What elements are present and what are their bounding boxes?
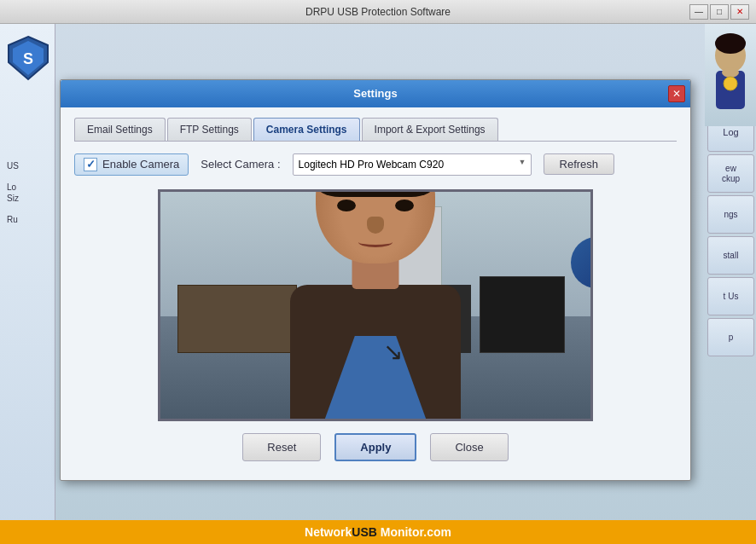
maximize-button[interactable]: □ (710, 4, 729, 20)
settings-dialog: Settings ✕ Email Settings FTP Settings C… (60, 79, 691, 481)
bottom-usb: USB (352, 525, 377, 539)
left-eye (337, 200, 356, 211)
right-btn-settings[interactable]: ngs (707, 195, 754, 234)
right-btn-help[interactable]: p (707, 318, 754, 356)
sidebar-label-run: Ru (7, 214, 49, 225)
tab-email[interactable]: Email Settings (74, 118, 166, 141)
app-titlebar: DRPU USB Protection Software — □ ✕ (0, 0, 756, 24)
enable-camera-label: Enable Camera (102, 158, 179, 171)
torso (290, 285, 461, 421)
right-eyebrow (394, 189, 418, 196)
svg-point-7 (724, 77, 737, 90)
enable-camera-checkbox[interactable]: ✓ Enable Camera (74, 153, 189, 176)
mouth (358, 237, 393, 247)
camera-preview: A (158, 189, 593, 421)
camera-controls-row: ✓ Enable Camera Select Camera : Logitech… (74, 153, 677, 176)
dialog-title: Settings (353, 87, 397, 100)
left-eyebrow (333, 189, 357, 196)
sidebar-content: US LoSiz Ru (7, 160, 49, 235)
app-title: DRPU USB Protection Software (305, 6, 451, 18)
refresh-button[interactable]: Refresh (544, 153, 615, 175)
svg-point-6 (715, 33, 746, 54)
checkbox-icon: ✓ (84, 158, 97, 171)
arrow-pointer: ↘ (383, 338, 403, 366)
eyebrows (333, 190, 418, 195)
reset-button[interactable]: Reset (242, 433, 321, 461)
camera-select-wrapper: Logitech HD Pro Webcam C920 (293, 153, 532, 176)
eyes (337, 200, 414, 211)
face-scene: A (160, 189, 590, 421)
bottom-monitor: Monitor.com (381, 525, 451, 539)
dialog-close-button[interactable]: ✕ (668, 85, 685, 102)
tab-camera[interactable]: Camera Settings (253, 118, 360, 141)
dialog-body: Email Settings FTP Settings Camera Setti… (61, 107, 690, 480)
dialog-footer: Reset Apply Close (74, 421, 677, 466)
nose (367, 217, 384, 234)
person (256, 189, 495, 421)
sidebar-label-loc: LoSiz (7, 182, 49, 204)
right-btn-backup[interactable]: ewckup (707, 154, 754, 193)
shield-icon: S (7, 35, 49, 82)
sidebar-label-usb: US (7, 160, 49, 171)
bottom-network: Network (305, 525, 352, 539)
svg-text:S: S (22, 50, 32, 67)
svg-point-5 (722, 67, 739, 78)
right-panel: Log ewckup ngs stall t Us p (705, 111, 756, 544)
bottom-bar-text: NetworkUSB Monitor.com (305, 525, 451, 539)
minimize-button[interactable]: — (689, 4, 708, 20)
select-camera-label: Select Camera : (201, 158, 280, 171)
close-button[interactable]: Close (430, 433, 508, 461)
bottom-bar: NetworkUSB Monitor.com (0, 520, 756, 544)
tab-import-export[interactable]: Import & Export Settings (362, 118, 498, 141)
right-btn-contact[interactable]: t Us (707, 277, 754, 315)
settings-tabs: Email Settings FTP Settings Camera Setti… (74, 118, 677, 142)
tab-ftp[interactable]: FTP Settings (167, 118, 252, 141)
right-btn-install[interactable]: stall (707, 236, 754, 275)
apply-button[interactable]: Apply (334, 433, 416, 461)
character-svg (707, 28, 754, 122)
app-close-button[interactable]: ✕ (730, 4, 749, 20)
shirt (324, 336, 427, 421)
head (316, 189, 435, 263)
dialog-overlay: Settings ✕ Email Settings FTP Settings C… (47, 24, 704, 535)
dialog-titlebar: Settings ✕ (61, 80, 690, 107)
camera-select[interactable]: Logitech HD Pro Webcam C920 (293, 153, 532, 176)
right-eye (395, 200, 414, 211)
character-image (705, 24, 756, 126)
titlebar-controls: — □ ✕ (689, 4, 749, 20)
